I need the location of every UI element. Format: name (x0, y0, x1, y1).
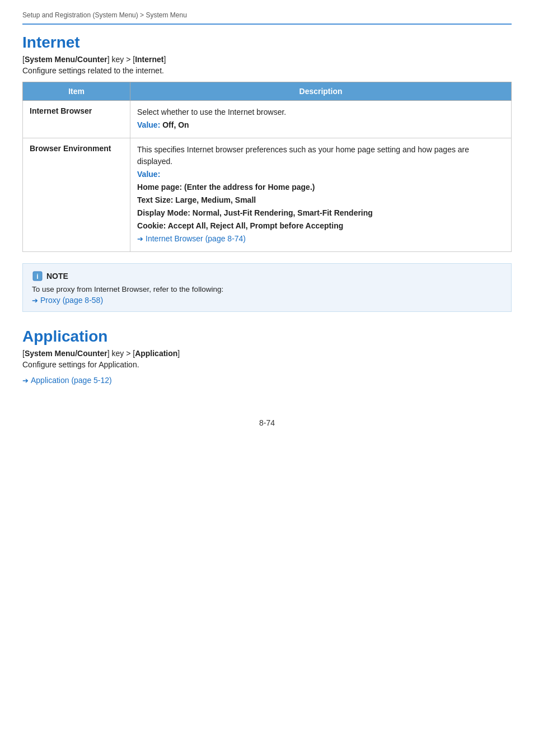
application-section: Application [System Menu/Counter] key > … (22, 328, 512, 385)
internet-key-path: [System Menu/Counter] key > [Internet] (22, 55, 512, 64)
application-key-path: [System Menu/Counter] key > [Application… (22, 349, 512, 358)
internet-title: Internet (22, 34, 512, 52)
internet-browser-link[interactable]: Internet Browser (page 8-74) (137, 233, 504, 245)
svg-text:i: i (36, 273, 38, 281)
internet-table: Item Description Internet Browser Select… (22, 82, 512, 252)
proxy-link[interactable]: Proxy (page 8-58) (32, 296, 502, 305)
table-row: Browser Environment This specifies Inter… (23, 138, 512, 252)
application-title: Application (22, 328, 512, 346)
note-body: To use proxy from Internet Browser, refe… (32, 285, 502, 293)
row2-item: Browser Environment (23, 138, 130, 252)
note-header: i NOTE (32, 270, 502, 282)
col-description-header: Description (130, 82, 512, 101)
application-link[interactable]: Application (page 5-12) (22, 376, 512, 385)
page-footer: 8-74 (22, 418, 512, 427)
note-box: i NOTE To use proxy from Internet Browse… (22, 263, 512, 312)
internet-description: Configure settings related to the intern… (22, 66, 512, 75)
row1-item: Internet Browser (23, 101, 130, 138)
table-row: Internet Browser Select whether to use t… (23, 101, 512, 138)
note-icon: i (32, 270, 43, 282)
internet-section: Internet [System Menu/Counter] key > [In… (22, 34, 512, 252)
row2-description: This specifies Internet browser preferen… (130, 138, 512, 252)
col-item-header: Item (23, 82, 130, 101)
application-description: Configure settings for Application. (22, 360, 512, 369)
row1-description: Select whether to use the Internet brows… (130, 101, 512, 138)
page-number: 8-74 (259, 418, 275, 427)
breadcrumb: Setup and Registration (System Menu) > S… (22, 11, 512, 25)
